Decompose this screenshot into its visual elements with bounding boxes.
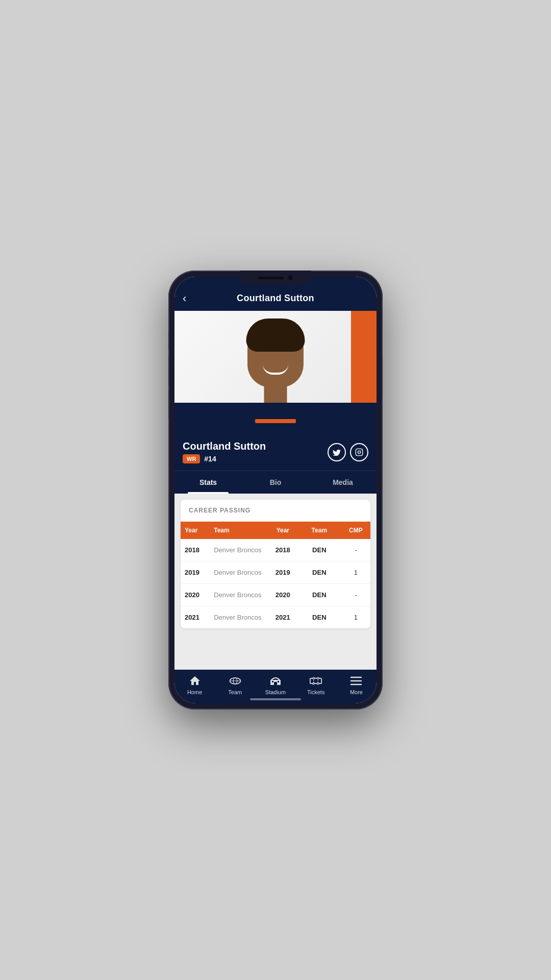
volume-up-button <box>168 357 169 385</box>
nav-tickets-label: Tickets <box>307 689 324 695</box>
twitter-icon <box>333 449 341 456</box>
tickets-icon <box>310 675 322 687</box>
table-row: 2018 Denver Broncos 2018 DEN - <box>181 539 370 561</box>
td-team1-r3: Denver Broncos <box>210 584 268 606</box>
stadium-icon <box>269 675 282 687</box>
td-team2-r3: DEN <box>297 584 341 606</box>
svg-point-13 <box>317 677 319 679</box>
player-info-bar: Courtland Sutton WR #14 <box>174 433 377 471</box>
svg-rect-0 <box>356 449 362 455</box>
phone-screen: ‹ Courtland Sutton Courtland S <box>174 277 377 703</box>
power-button <box>382 357 383 398</box>
content-area[interactable]: CAREER PASSING Year Team Year Team CMP 2… <box>174 494 377 670</box>
svg-rect-9 <box>278 681 279 682</box>
svg-point-11 <box>313 677 314 679</box>
nav-home-label: Home <box>187 689 202 695</box>
td-year2-r4: 2021 <box>268 606 297 628</box>
th-year1: Year <box>181 522 210 539</box>
jersey-stripe <box>255 419 296 423</box>
tab-media[interactable]: Media <box>309 471 377 494</box>
nav-team-label: Team <box>228 689 242 695</box>
stats-table: Year Team Year Team CMP 2018 Denver Bron… <box>181 522 370 628</box>
home-icon <box>189 675 201 687</box>
td-team1-r2: Denver Broncos <box>210 561 268 583</box>
menu-icon <box>350 675 362 687</box>
svg-rect-10 <box>310 678 321 683</box>
td-cmp-r3: - <box>341 584 370 606</box>
nav-team[interactable]: Team <box>215 675 255 695</box>
td-cmp-r1: - <box>341 539 370 561</box>
svg-point-1 <box>358 451 360 453</box>
speaker <box>258 277 284 279</box>
svg-point-14 <box>317 682 319 684</box>
td-year2-r2: 2019 <box>268 561 297 583</box>
nav-stadium-label: Stadium <box>265 689 286 695</box>
player-name-section: Courtland Sutton WR #14 <box>183 440 266 463</box>
back-button[interactable]: ‹ <box>183 292 186 305</box>
page-title: Courtland Sutton <box>237 293 314 304</box>
jersey-area <box>174 403 377 433</box>
th-team2: Team <box>297 522 341 539</box>
th-team1: Team <box>210 522 268 539</box>
svg-point-12 <box>313 682 314 684</box>
tab-stats[interactable]: Stats <box>174 471 242 494</box>
player-number: #14 <box>204 455 216 463</box>
nav-more[interactable]: More <box>336 675 377 695</box>
th-year2: Year <box>268 522 297 539</box>
td-cmp-r2: 1 <box>341 561 370 583</box>
nav-more-label: More <box>350 689 363 695</box>
td-year1-r3: 2020 <box>181 584 210 606</box>
player-tags: WR #14 <box>183 454 266 463</box>
position-badge: WR <box>183 454 200 463</box>
td-cmp-r4: 1 <box>341 606 370 628</box>
stats-card: CAREER PASSING Year Team Year Team CMP 2… <box>181 500 370 628</box>
nav-stadium[interactable]: Stadium <box>255 675 295 695</box>
phone-notch <box>240 271 311 285</box>
team-icon <box>229 675 241 687</box>
instagram-button[interactable] <box>350 443 368 461</box>
svg-rect-8 <box>272 681 273 682</box>
mute-button <box>168 332 169 350</box>
td-year1-r2: 2019 <box>181 561 210 583</box>
tabs-bar: Stats Bio Media <box>174 471 377 494</box>
nav-home[interactable]: Home <box>174 675 215 695</box>
td-year1-r1: 2018 <box>181 539 210 561</box>
player-image-area <box>174 311 377 433</box>
td-year1-r4: 2021 <box>181 606 210 628</box>
player-smile <box>263 364 288 375</box>
volume-down-button <box>168 390 169 419</box>
td-year2-r1: 2018 <box>268 539 297 561</box>
td-team2-r4: DEN <box>297 606 341 628</box>
social-icons <box>328 443 368 461</box>
player-name: Courtland Sutton <box>183 440 266 452</box>
phone-frame: ‹ Courtland Sutton Courtland S <box>168 271 383 709</box>
td-year2-r3: 2020 <box>268 584 297 606</box>
table-row: 2021 Denver Broncos 2021 DEN 1 <box>181 606 370 628</box>
tab-bio[interactable]: Bio <box>242 471 309 494</box>
stats-section-title: CAREER PASSING <box>181 500 370 522</box>
twitter-button[interactable] <box>328 443 346 461</box>
player-photo <box>174 311 377 433</box>
td-team1-r1: Denver Broncos <box>210 539 268 561</box>
camera <box>288 275 293 280</box>
table-row: 2020 Denver Broncos 2020 DEN - <box>181 584 370 606</box>
svg-point-2 <box>361 450 361 450</box>
home-indicator <box>250 698 301 700</box>
td-team1-r4: Denver Broncos <box>210 606 268 628</box>
table-header-row: Year Team Year Team CMP <box>181 522 370 539</box>
player-hair <box>246 318 305 352</box>
instagram-icon <box>355 448 363 456</box>
td-team2-r1: DEN <box>297 539 341 561</box>
th-cmp: CMP <box>341 522 370 539</box>
td-team2-r2: DEN <box>297 561 341 583</box>
svg-rect-7 <box>274 682 277 685</box>
table-row: 2019 Denver Broncos 2019 DEN 1 <box>181 561 370 584</box>
nav-tickets[interactable]: Tickets <box>296 675 336 695</box>
